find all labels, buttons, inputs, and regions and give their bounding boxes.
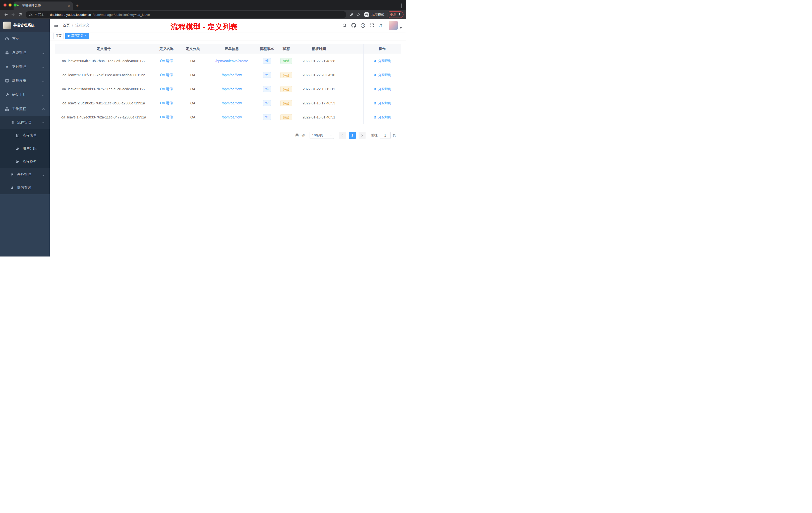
form-link[interactable]: /bpm/oa/flow <box>222 87 241 91</box>
user-avatar[interactable] <box>389 21 398 30</box>
forward-icon[interactable] <box>9 11 17 18</box>
sidebar-item-label: 任务管理 <box>17 173 31 177</box>
svg-text:t: t <box>379 24 380 27</box>
sidebar-item-label: 基础设施 <box>12 79 26 83</box>
form-link[interactable]: /bpm/oa/leave/create <box>215 59 248 63</box>
breadcrumb-home[interactable]: 首页 <box>63 23 70 28</box>
definition-id: oa_leave:3:1fad3d93-7b75-11ec-a3c8-acde4… <box>55 82 153 96</box>
sidebar-item-dev-tools[interactable]: 研发工具 <box>0 88 50 102</box>
bookmark-star-icon[interactable] <box>355 11 361 18</box>
sidebar-menu: 首页 系统管理 ¥ 支付管理 基础设施 <box>0 32 50 256</box>
incognito-indicator: 无痕模式 <box>364 12 384 17</box>
page-number-button[interactable]: 1 <box>349 132 356 139</box>
yen-icon: ¥ <box>5 65 9 69</box>
sidebar-item-leave-query[interactable]: 请假查询 <box>0 181 50 194</box>
row-filler <box>341 110 363 124</box>
table-row: oa_leave:4:991f2193-7b7f-11ec-a3c8-acde4… <box>55 68 401 82</box>
help-icon[interactable]: ? <box>360 23 365 28</box>
sidebar-item-process-form[interactable]: 流程表单 <box>0 129 50 142</box>
new-tab-button[interactable]: + <box>76 3 79 8</box>
deploy-time: 2022-01-16 01:40:51 <box>297 110 341 124</box>
goto-page-input[interactable] <box>380 132 391 139</box>
chevron-down-icon <box>42 65 45 68</box>
fullscreen-icon[interactable] <box>370 23 374 28</box>
tag-process-definition[interactable]: 流程定义 × <box>65 33 89 39</box>
definition-id: oa_leave:4:991f2193-7b7f-11ec-a3c8-acde4… <box>55 68 153 82</box>
deploy-time: 2022-01-16 17:46:53 <box>297 96 341 110</box>
github-icon[interactable] <box>351 23 356 28</box>
tag-label: 流程定义 <box>71 34 83 38</box>
top-navbar: 首页 / 流程定义 ? tT <box>50 19 406 32</box>
sidebar-item-label: 流程模型 <box>23 159 37 164</box>
sidebar-item-home[interactable]: 首页 <box>0 32 50 46</box>
definition-name-link[interactable]: OA 请假 <box>160 87 173 91</box>
tree-list-icon <box>10 120 14 124</box>
browser-tab[interactable]: 芋道管理系统 × <box>13 1 73 10</box>
tab-search-icon[interactable] <box>402 3 402 8</box>
tag-home[interactable]: 首页 <box>53 33 64 39</box>
row-filler <box>341 54 363 68</box>
sidebar-item-workflow[interactable]: 工作流程 <box>0 102 50 116</box>
security-warning-icon <box>29 13 33 16</box>
sidebar-item-infrastructure[interactable]: 基础设施 <box>0 74 50 88</box>
hamburger-icon[interactable] <box>54 23 59 28</box>
deploy-time: 2022-01-22 20:34:10 <box>297 68 341 82</box>
reload-icon[interactable] <box>17 11 24 18</box>
prev-page-button[interactable] <box>339 132 346 139</box>
assign-rule-link[interactable]: 分配规则 <box>373 59 391 63</box>
window-minimize-button[interactable] <box>8 3 11 6</box>
sidebar-item-task-management[interactable]: 任务管理 <box>0 168 50 181</box>
browser-update-button[interactable]: 更新 <box>387 11 404 18</box>
chevron-down-icon <box>42 52 45 54</box>
page-size-select[interactable]: 10条/页 <box>310 132 334 139</box>
form-link[interactable]: /bpm/oa/flow <box>222 73 241 77</box>
definition-name-link[interactable]: OA 请假 <box>160 59 173 63</box>
assign-rule-link[interactable]: 分配规则 <box>373 101 391 105</box>
definition-name-link[interactable]: OA 请假 <box>160 101 173 105</box>
password-key-icon[interactable] <box>348 11 355 18</box>
font-size-icon[interactable]: tT <box>378 23 384 28</box>
definition-id: oa_leave:2:3c1f0ef1-76b1-11ec-9c66-a2380… <box>55 96 153 110</box>
main-area: 流程模型 - 定义列表 首页 / 流程定义 ? <box>50 19 406 256</box>
assign-rule-link[interactable]: 分配规则 <box>373 87 391 91</box>
users-icon <box>16 147 20 151</box>
table-row: oa_leave:2:3c1f0ef1-76b1-11ec-9c66-a2380… <box>55 96 401 110</box>
address-bar[interactable]: 不安全 dashboard.yudao.iocoder.cn /bpm/mana… <box>26 11 346 18</box>
sidebar-item-process-model[interactable]: 流程模型 <box>0 155 50 168</box>
column-header: 操作 <box>363 44 401 54</box>
tags-view: 首页 流程定义 × <box>50 32 406 40</box>
assign-rule-link[interactable]: 分配规则 <box>373 115 391 119</box>
column-header: 定义分类 <box>180 44 205 54</box>
definition-name-link[interactable]: OA 请假 <box>160 73 173 77</box>
next-page-button[interactable] <box>358 132 366 139</box>
row-filler <box>341 68 363 82</box>
sidebar-item-system[interactable]: 系统管理 <box>0 46 50 60</box>
tab-title: 芋道管理系统 <box>22 4 65 8</box>
form-link[interactable]: /bpm/oa/flow <box>222 101 241 105</box>
tab-close-icon[interactable]: × <box>67 3 70 8</box>
form-link[interactable]: /bpm/oa/flow <box>222 115 241 119</box>
definition-name-link[interactable]: OA 请假 <box>160 115 173 119</box>
sidebar-item-process-management[interactable]: 流程管理 <box>0 116 50 129</box>
search-icon[interactable] <box>342 23 347 28</box>
column-header: 定义编号 <box>55 44 153 54</box>
sidebar-item-payment[interactable]: ¥ 支付管理 <box>0 60 50 74</box>
tag-close-icon[interactable]: × <box>85 34 87 37</box>
definition-id: oa_leave:1:482ec033-762a-11ec-8477-a2380… <box>55 110 153 124</box>
pagination: 共 5 条 10条/页 1 前往 页 <box>60 132 396 139</box>
breadcrumb-separator: / <box>72 23 73 27</box>
sidebar-item-user-group[interactable]: 用户分组 <box>0 142 50 155</box>
browser-menu-kebab-icon[interactable] <box>399 14 400 15</box>
window-zoom-button[interactable] <box>13 3 17 6</box>
assign-rule-link[interactable]: 分配规则 <box>373 73 391 77</box>
sidebar-logo[interactable]: 芋道管理系统 <box>0 19 50 32</box>
user-menu[interactable] <box>389 21 402 30</box>
chevron-up-icon <box>42 108 45 111</box>
window-controls <box>3 3 17 6</box>
version-tag: v3 <box>263 86 271 92</box>
back-icon[interactable] <box>2 11 9 18</box>
deploy-time: 2022-01-22 19:19:11 <box>297 82 341 96</box>
window-close-button[interactable] <box>3 3 6 6</box>
version-tag: v4 <box>263 72 271 78</box>
site-favicon-icon <box>16 4 20 8</box>
